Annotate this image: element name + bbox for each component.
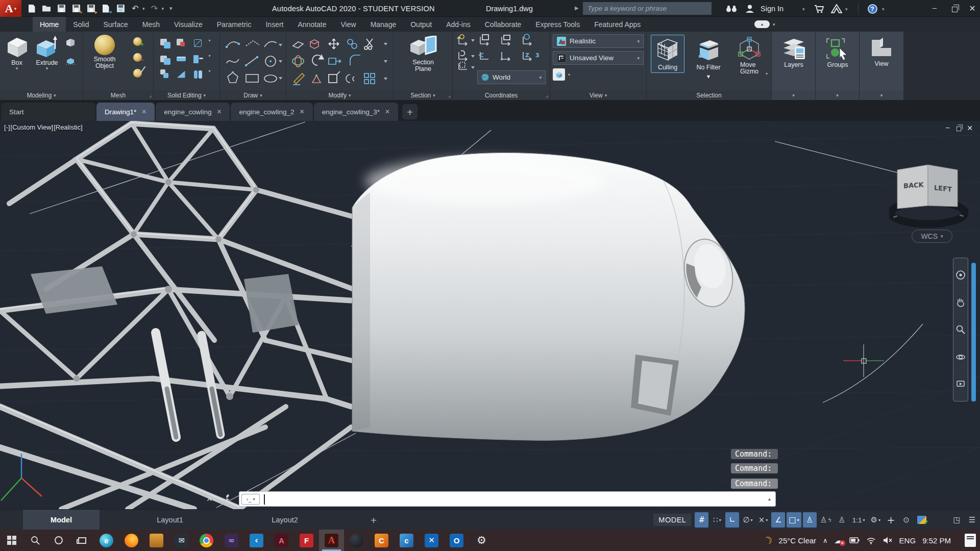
osnap-toggle[interactable]: □▾ <box>787 512 801 528</box>
dropdown-icon[interactable]: ▾ <box>209 54 214 69</box>
save-as-button[interactable]: ✎ <box>71 4 81 14</box>
subtract-button[interactable] <box>176 38 188 49</box>
draw-tools-grid[interactable] <box>224 37 283 86</box>
interfere-button[interactable] <box>159 69 172 80</box>
panel-expand-groups[interactable]: ▾ <box>816 90 859 100</box>
taskbar-app-outlook[interactable]: O <box>444 530 469 551</box>
doc-switch-icon[interactable]: ▶ <box>575 5 579 11</box>
mesh-no-smooth-button[interactable]: ╱ <box>131 67 143 79</box>
start-button[interactable] <box>0 530 23 551</box>
close-tab-icon[interactable]: ✕ <box>216 108 222 115</box>
model-viewport[interactable]: [-] [Custom View] [Realistic] ─ ✕ BACK L… <box>0 121 980 509</box>
move-gizmo-dropdown[interactable]: ▾ <box>766 71 768 76</box>
layout-tab-layout2[interactable]: Layout2 <box>244 510 326 530</box>
close-tab-icon[interactable]: ✕ <box>300 108 305 115</box>
orbit-icon[interactable] <box>955 352 966 362</box>
taskbar-app-settings[interactable]: ⚙ <box>469 530 494 551</box>
visual-style-selector[interactable]: Realistic ▾ <box>553 34 644 48</box>
taskbar-app-c-orange[interactable]: C <box>369 530 394 551</box>
annotation-autoscale-toggle[interactable]: ♙ϟ <box>818 512 834 528</box>
taskbar-app-f[interactable]: F <box>294 530 319 551</box>
save-all-button[interactable]: ▸ <box>86 4 96 14</box>
taskbar-search-button[interactable] <box>23 530 47 551</box>
isodraft-toggle[interactable]: ×▾ <box>756 512 770 528</box>
onedrive-icon[interactable]: ☁✕ <box>835 536 843 545</box>
ribbon-tab-express-tools[interactable]: Express Tools <box>528 17 587 32</box>
view-panel-button[interactable]: View <box>866 37 897 67</box>
viewport-config-button[interactable]: ▾ <box>553 68 570 81</box>
ucs-tools-grid[interactable]: Z3 <box>455 33 548 70</box>
modify-tools-grid[interactable] <box>290 37 390 86</box>
layout-tab-model[interactable]: Model <box>23 510 100 530</box>
redo-button[interactable]: ↷ <box>150 4 160 14</box>
zoom-icon[interactable] <box>955 324 966 335</box>
ribbon-tab-solid[interactable]: Solid <box>66 17 96 32</box>
smooth-object-button[interactable]: Smooth Object <box>85 35 124 69</box>
minimize-button[interactable]: ─ <box>926 0 943 17</box>
move-gizmo-button[interactable]: MoveGizmo <box>730 35 768 77</box>
autodesk-dropdown[interactable]: ▾ <box>845 7 848 12</box>
wifi-icon[interactable] <box>866 537 876 544</box>
recent-commands-chip[interactable]: ›_▾ <box>241 494 260 505</box>
panel-expand-layers[interactable]: ▾ <box>772 90 815 100</box>
search-binoculars-button[interactable] <box>725 3 738 14</box>
ribbon-tab-addins[interactable]: Add-ins <box>439 17 477 32</box>
panel-label-modeling[interactable]: Modeling▾ <box>0 90 83 100</box>
taskbar-app-visual-studio[interactable]: ∞ <box>219 530 244 551</box>
panel-label-mesh[interactable]: Mesh⌟ <box>83 90 153 100</box>
thicken-button[interactable] <box>176 69 188 80</box>
close-tab-icon[interactable]: ✕ <box>385 108 390 115</box>
view-control[interactable]: [Custom View] <box>11 123 54 131</box>
ortho-toggle[interactable]: ∟ <box>725 512 739 528</box>
no-filter-button[interactable]: No Filter ▾ <box>691 35 726 82</box>
plot-button[interactable]: ➜ <box>101 4 111 14</box>
redo-dropdown[interactable]: ▾ <box>162 6 164 11</box>
command-close-button[interactable]: ✕ <box>206 494 213 504</box>
taskbar-app-dark-circle[interactable] <box>344 530 369 551</box>
taskbar-app-file-explorer[interactable] <box>144 530 169 551</box>
workspace-switching-button[interactable]: ⚙▾ <box>869 512 883 528</box>
polysolid-button[interactable] <box>64 55 77 66</box>
snap-toggle[interactable]: ∷▾ <box>710 512 724 528</box>
viewport-menu-control[interactable]: [-] <box>4 123 10 131</box>
dropdown-icon[interactable]: ▾ <box>209 69 214 84</box>
help-button[interactable]: ? <box>866 3 879 14</box>
autodesk-account-button[interactable] <box>830 3 843 14</box>
annotation-visibility-toggle[interactable]: ♙ <box>803 512 817 528</box>
tray-overflow-chevron[interactable]: ∧ <box>823 537 828 544</box>
file-tab-engine-cowling-3[interactable]: engine_cowling_3*✕ <box>314 103 398 121</box>
new-layout-button[interactable]: + <box>363 510 384 530</box>
file-tab-engine-cowling[interactable]: engine_cowling✕ <box>156 103 230 121</box>
undo-dropdown[interactable]: ▾ <box>142 6 145 11</box>
taskbar-app-adobe[interactable]: A <box>269 530 294 551</box>
extrude-tool-button[interactable]: Extrude ▾ <box>33 36 61 70</box>
panel-label-draw[interactable]: Draw▾ <box>220 90 286 100</box>
print-button[interactable] <box>115 4 126 14</box>
visual-style-control[interactable]: [Realistic] <box>54 123 82 131</box>
ribbon-tab-surface[interactable]: Surface <box>96 17 135 32</box>
file-tab-drawing1[interactable]: Drawing1*✕ <box>96 103 155 121</box>
app-store-button[interactable] <box>813 3 826 14</box>
annotation-monitor-button[interactable]: + <box>884 512 898 528</box>
ribbon-display-dropdown[interactable]: ▾ <box>773 22 775 27</box>
new-drawing-tab-button[interactable]: + <box>402 104 418 119</box>
panel-label-selection[interactable]: Selection <box>647 90 771 100</box>
taskbar-app-mail[interactable]: ✉ <box>169 530 194 551</box>
viewport-close-icon[interactable]: ✕ <box>967 124 973 132</box>
task-view-button[interactable] <box>70 530 94 551</box>
annotation-scale-value[interactable]: 1:1▾ <box>850 512 867 528</box>
polar-tracking-toggle[interactable]: ∅▾ <box>741 512 754 528</box>
osnap-tracking-toggle[interactable]: ∠ <box>771 512 785 528</box>
viewcube[interactable]: BACK LEFT <box>889 159 971 230</box>
command-input[interactable]: ›_▾ ▴ <box>239 491 776 507</box>
presspull-button[interactable] <box>64 37 77 48</box>
culling-toggle-button[interactable]: Culling <box>651 35 684 73</box>
slice-button[interactable] <box>176 54 188 65</box>
ribbon-tab-mesh[interactable]: Mesh <box>135 17 167 32</box>
isolate-objects-button[interactable]: ⊙ <box>899 512 913 528</box>
ribbon-tab-home[interactable]: Home <box>33 17 66 32</box>
showmotion-icon[interactable] <box>955 379 966 389</box>
navigation-bar[interactable] <box>953 258 968 402</box>
viewport-restore-icon[interactable] <box>957 127 961 131</box>
shell-button[interactable] <box>192 69 204 80</box>
